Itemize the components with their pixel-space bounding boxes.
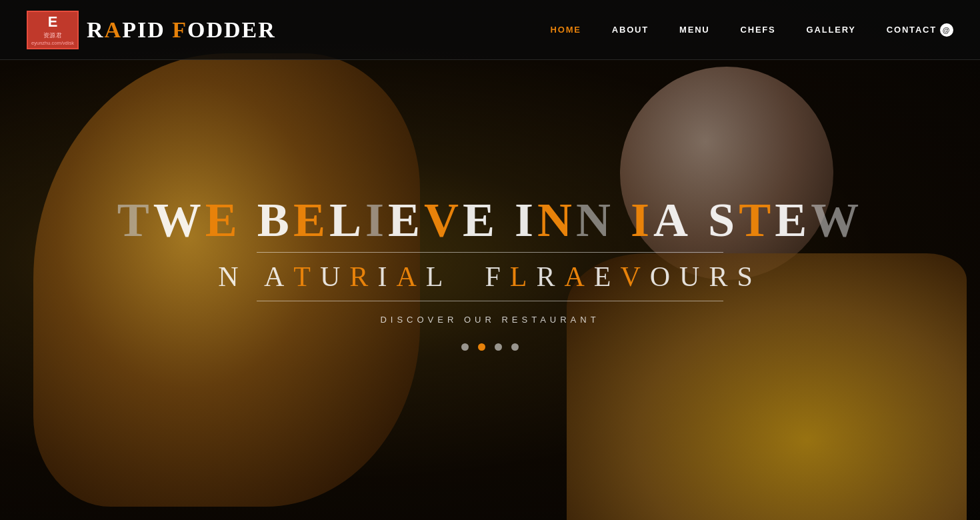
hero-char2: U: [320, 261, 349, 293]
main-nav: HOME ABOUT MENU CHEFS GALLERY CONTACT @: [551, 23, 953, 37]
hero-divider-bottom: [257, 301, 723, 301]
hero-char: B: [257, 196, 293, 244]
nav-contact-label: CONTACT: [887, 25, 937, 35]
hero-char2: I: [377, 261, 396, 293]
hero-char: L: [329, 196, 365, 244]
hero-char2: O: [650, 261, 679, 293]
hero-char: I: [515, 196, 537, 244]
slide-dot-2[interactable]: [478, 343, 485, 351]
hero-char2: [248, 261, 265, 293]
hero-char2: V: [620, 261, 649, 293]
logo-area: E 资源君 eyunzhu.com/vdisk RAPID FODDER: [27, 11, 276, 49]
hero-slideshow-dots: [190, 343, 790, 351]
hero-char: E: [775, 196, 811, 244]
hero-char: S: [708, 196, 739, 244]
hero-char: T: [739, 196, 775, 244]
site-title: RAPID FODDER: [87, 17, 276, 43]
hero-char: I: [365, 196, 388, 244]
hero-char2: U: [679, 261, 709, 293]
hero-char: [499, 196, 515, 244]
hero-char2: A: [264, 261, 293, 293]
hero-headline: T W E B E L I E V E I N N I A S T E W: [190, 196, 790, 244]
hero-char: V: [424, 196, 463, 244]
hero-char: [241, 196, 257, 244]
header: E 资源君 eyunzhu.com/vdisk RAPID FODDER HOM…: [0, 0, 980, 60]
hero-char2: R: [709, 261, 737, 293]
slide-dot-4[interactable]: [511, 343, 519, 351]
hero-char: A: [653, 196, 692, 244]
logo-badge: E 资源君 eyunzhu.com/vdisk: [27, 11, 79, 49]
hero-char: E: [205, 196, 241, 244]
logo-url: eyunzhu.com/vdisk: [31, 40, 74, 47]
hero-char2: S: [737, 261, 761, 293]
hero-discover-text: DISCOVER OUR RESTAURANT: [190, 315, 790, 325]
logo-letter: E: [48, 13, 58, 32]
contact-icon: @: [940, 23, 953, 37]
hero-char: E: [293, 196, 329, 244]
hero-char: N: [576, 196, 615, 244]
nav-about[interactable]: ABOUT: [612, 25, 649, 35]
hero-char: E: [463, 196, 499, 244]
hero-char2: L: [510, 261, 537, 293]
hero-char: T: [117, 196, 153, 244]
hero-char: [615, 196, 631, 244]
hero-char2: L: [426, 261, 453, 293]
hero-char2: F: [485, 261, 509, 293]
hero-char2: A: [396, 261, 425, 293]
hero-section: T W E B E L I E V E I N N I A S T E W: [0, 0, 980, 520]
slide-dot-3[interactable]: [495, 343, 502, 351]
hero-char: E: [388, 196, 424, 244]
hero-char2: T: [293, 261, 320, 293]
hero-char2: R: [349, 261, 377, 293]
hero-char: I: [631, 196, 653, 244]
nav-gallery[interactable]: GALLERY: [807, 25, 856, 35]
nav-menu[interactable]: MENU: [679, 25, 709, 35]
hero-char2: R: [536, 261, 564, 293]
nav-home[interactable]: HOME: [551, 25, 581, 35]
hero-char2: A: [564, 261, 593, 293]
hero-subheadline: N A T U R I A L F L R A E V O U R S: [190, 261, 790, 293]
hero-char: [692, 196, 708, 244]
hero-char2: E: [594, 261, 621, 293]
hero-char: W: [153, 196, 205, 244]
hero-divider-top: [257, 252, 723, 253]
nav-chefs[interactable]: CHEFS: [741, 25, 776, 35]
nav-contact[interactable]: CONTACT @: [887, 23, 953, 37]
hero-char: N: [537, 196, 576, 244]
slide-dot-1[interactable]: [461, 343, 469, 351]
hero-char2: [452, 261, 485, 293]
hero-char2: N: [218, 261, 247, 293]
hero-content: T W E B E L I E V E I N N I A S T E W: [190, 196, 790, 351]
logo-text: 资源君: [43, 32, 62, 40]
hero-char: W: [811, 196, 863, 244]
